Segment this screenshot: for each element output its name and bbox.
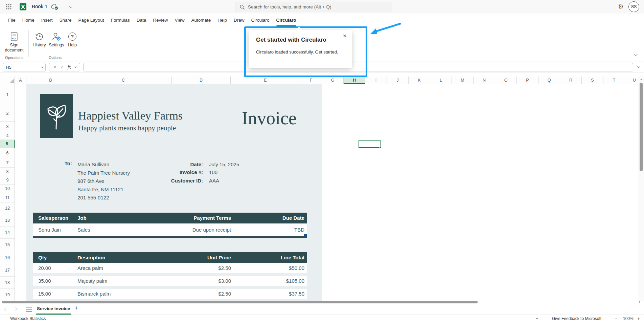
invoice-meta-label[interactable]: Customer ID: — [129, 177, 203, 185]
row-header-13[interactable]: 13 — [0, 214, 15, 227]
row-header-5[interactable]: 5 — [0, 140, 15, 148]
settings-gear-icon[interactable]: ⚙ — [618, 3, 624, 10]
collapse-ribbon-chevron-icon[interactable] — [634, 52, 638, 56]
col-header-G[interactable]: G — [322, 77, 344, 84]
invoice-meta-value[interactable]: AAA — [209, 178, 219, 184]
col-header-M[interactable]: M — [452, 77, 474, 84]
zoom-level[interactable]: 100% — [623, 316, 634, 321]
sheet-tab-service-invoice[interactable]: Service invoice — [36, 304, 71, 315]
row-header-10[interactable]: 10 — [0, 185, 15, 193]
items-row-cell[interactable]: Areca palm — [77, 263, 103, 273]
menu-tab-formulas[interactable]: Formulas — [107, 14, 133, 27]
menu-tab-circularo[interactable]: Circularo — [248, 14, 273, 27]
invoice-to-line[interactable]: 201-555-0122 — [77, 194, 130, 202]
row-header-15[interactable]: 15 — [0, 239, 15, 251]
col-header-L[interactable]: L — [430, 77, 452, 84]
col-header-A[interactable]: A — [15, 77, 26, 84]
horizontal-scroll-thumb[interactable] — [2, 301, 478, 303]
col-header-F[interactable]: F — [300, 77, 322, 84]
row-header-19[interactable]: 19 — [0, 289, 15, 301]
items-row-cell[interactable]: $3.00 — [218, 276, 231, 286]
menu-tab-review[interactable]: Review — [150, 14, 171, 27]
status-chevron-icon[interactable] — [536, 317, 538, 319]
select-all-corner[interactable] — [0, 77, 15, 84]
sales-row-cell[interactable]: Due upon receipt — [192, 223, 231, 236]
invoice-to-line[interactable]: 987 6th Ave — [77, 177, 130, 186]
col-header-R[interactable]: R — [560, 77, 582, 84]
col-header-H[interactable]: H — [344, 77, 365, 84]
previous-sheet-chevron-icon[interactable] — [4, 307, 8, 311]
company-logo[interactable] — [40, 94, 73, 138]
col-header-T[interactable]: T — [603, 77, 625, 84]
items-row-cell[interactable]: $2.50 — [218, 263, 231, 273]
items-row-cell[interactable]: 35.00 — [38, 276, 51, 286]
menu-tab-circularo[interactable]: Circularo — [273, 14, 300, 27]
items-header-cell[interactable]: Description — [77, 252, 106, 263]
sales-header-cell[interactable]: Job — [77, 213, 87, 223]
sales-header-cell[interactable]: Payment Terms — [193, 213, 231, 223]
history-button[interactable]: History — [31, 31, 47, 48]
items-header-cell[interactable]: Line Total — [281, 252, 304, 263]
sales-row-cell[interactable]: Sonu Jain — [38, 223, 61, 236]
items-row-cell[interactable]: 15.00 — [38, 289, 51, 299]
invoice-meta-value[interactable]: July 15, 2025 — [209, 162, 239, 167]
col-header-S[interactable]: S — [582, 77, 603, 84]
give-feedback-link[interactable]: Give Feedback to Microsoft — [552, 316, 601, 321]
workbook-menu-chevron-icon[interactable] — [69, 5, 72, 8]
items-header-cell[interactable]: Unit Price — [207, 252, 231, 263]
menu-tab-file[interactable]: File — [5, 14, 19, 27]
invoice-meta-value[interactable]: 100 — [209, 169, 217, 175]
col-header-B[interactable]: B — [26, 77, 75, 84]
cancel-icon[interactable]: ✕ — [53, 65, 57, 70]
expand-formula-bar-chevron-icon[interactable] — [637, 65, 640, 68]
fill-handle[interactable] — [379, 147, 381, 149]
sales-header-cell[interactable]: Salesperson — [38, 213, 68, 223]
scroll-right-icon[interactable]: ▸ — [639, 300, 641, 303]
row-header-3[interactable]: 3 — [0, 122, 15, 132]
insert-function-fx-icon[interactable]: fx — [68, 65, 71, 70]
close-icon[interactable]: ✕ — [343, 33, 347, 39]
col-header-Q[interactable]: Q — [538, 77, 560, 84]
col-header-P[interactable]: P — [517, 77, 538, 84]
scroll-up-icon[interactable]: ▲ — [640, 78, 643, 81]
menu-tab-help[interactable]: Help — [214, 14, 230, 27]
zoom-out-minus-icon[interactable]: − — [615, 316, 618, 321]
sign-document-button[interactable]: Sign document — [3, 31, 26, 53]
menu-tab-automate[interactable]: Automate — [188, 14, 214, 27]
row-header-7[interactable]: 7 — [0, 158, 15, 168]
invoice-title[interactable]: Invoice — [234, 108, 297, 129]
items-row-cell[interactable]: $37.50 — [289, 289, 304, 299]
col-header-J[interactable]: J — [387, 77, 409, 84]
sales-row-cell[interactable]: Sales — [77, 223, 90, 236]
items-header-cell[interactable]: Qty — [38, 252, 47, 263]
row-header-18[interactable]: 18 — [0, 277, 15, 289]
zoom-in-plus-icon[interactable]: + — [637, 316, 640, 321]
name-box[interactable]: H5 — [3, 63, 46, 71]
active-cell-selection[interactable] — [359, 140, 381, 148]
items-row-cell[interactable]: Bismarck palm — [77, 289, 111, 299]
account-avatar[interactable]: SS — [628, 1, 639, 12]
settings-button[interactable]: Settings — [47, 31, 66, 48]
invoice-tagline[interactable]: Happy plants means happy people — [78, 124, 176, 132]
invoice-meta-label[interactable]: Invoice #: — [129, 168, 203, 176]
menu-tab-view[interactable]: View — [171, 14, 188, 27]
invoice-meta-label[interactable]: Date: — [129, 160, 203, 168]
menu-tab-insert[interactable]: Insert — [38, 14, 56, 27]
all-sheets-menu-icon[interactable] — [26, 307, 32, 312]
invoice-to-line[interactable]: Maria Sullivan — [77, 160, 130, 169]
menu-tab-share[interactable]: Share — [56, 14, 75, 27]
sales-header-cell[interactable]: Due Date — [282, 213, 304, 223]
table-corner-handle[interactable] — [304, 234, 307, 237]
invoice-to-label[interactable]: To: — [51, 160, 72, 166]
workbook-statistics-button[interactable]: Workbook Statistics — [10, 316, 46, 321]
menu-tab-page-layout[interactable]: Page Layout — [75, 14, 108, 27]
search-input[interactable]: Search for tools, help, and more (Alt + … — [235, 2, 392, 12]
row-header-9[interactable]: 9 — [0, 176, 15, 185]
row-header-17[interactable]: 17 — [0, 264, 15, 277]
row-header-6[interactable]: 6 — [0, 148, 15, 158]
add-sheet-plus-icon[interactable]: + — [74, 304, 78, 312]
row-header-16[interactable]: 16 — [0, 251, 15, 264]
vertical-scrollbar[interactable]: ▲ — [638, 77, 644, 301]
menu-tab-home[interactable]: Home — [19, 14, 38, 27]
items-row-cell[interactable]: $2.50 — [218, 289, 231, 299]
